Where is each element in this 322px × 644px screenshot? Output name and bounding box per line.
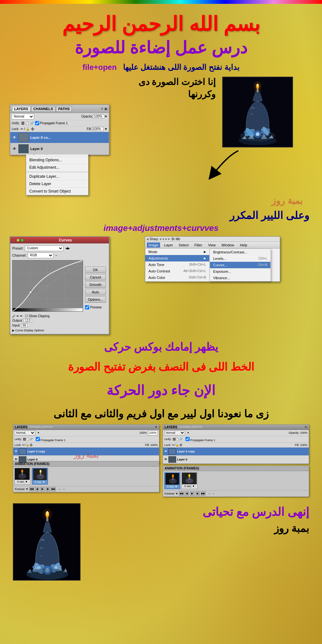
tab-paths[interactable]: PATHS [56,106,72,112]
right-layer-copy[interactable]: 👁 Layer 0 copy [163,448,309,456]
ctx-delete-layer[interactable]: Delete Layer [26,180,88,188]
right-eye-copy[interactable]: 👁 [164,450,167,453]
preview-check[interactable]: Preview [85,305,106,309]
sub-vibrance[interactable]: Vibrance... [210,275,270,281]
left-ctrl-prev[interactable]: ◀◀ [29,487,34,491]
menu-autotone[interactable]: Auto Tone Shift+Ctrl+L [145,261,209,268]
curves-ok-btn[interactable]: OK [85,267,106,273]
ctx-duplicate-layer[interactable]: Duplicate Layer... [26,173,88,180]
right-frame-1-time[interactable]: 0 sec.▼ [165,485,180,488]
propagate-checkbox[interactable] [35,121,39,125]
panel-close-btn[interactable]: ✕ ▣ [101,107,107,110]
curves-smooth-btn[interactable]: Smooth [85,281,106,288]
candle-image-area [222,77,312,147]
right-frame-2-time[interactable]: 0 sec.▼ [182,484,197,488]
left-tab-channels[interactable]: CHANNELS [28,425,43,429]
panel-tabs[interactable]: LAYERS CHANNELS PATHS [12,106,72,112]
channel-select[interactable]: RGB [28,252,53,258]
menu-item-filter[interactable]: Filter [193,242,204,248]
preset-select[interactable]: Custom [25,245,63,251]
menu-item-image[interactable]: Image [147,242,160,248]
preset-label: Preset: [12,246,24,250]
menu-item-view[interactable]: View [206,242,217,248]
tab-layers[interactable]: LAYERS [12,106,31,112]
curves-title-bar: Curves [10,237,109,243]
ctx-edit-adjustment[interactable]: Edit Adjustment... [26,164,88,171]
curve-display-options[interactable]: ▶ Curve Display Options [12,329,83,332]
menu-autocontrast[interactable]: Auto Contrast Alt+Shift+Ctrl+L [145,268,209,274]
right-propagate-check[interactable] [185,437,190,441]
right-blend-select[interactable]: Normal [164,431,185,435]
menu-autotone-shortcut: Shift+Ctrl+L [189,263,206,266]
layer-item-copy[interactable]: 👁 Layer 0 co... [10,132,109,143]
sub-levels-shortcut: Ctrl+L [259,257,267,260]
ctx-convert-smart[interactable]: Convert to Smart Object [26,188,88,195]
fill-arrow[interactable]: ▼ [104,127,108,131]
left-frame-2-time[interactable]: 0 sec.▼ [33,480,47,484]
opacity-input[interactable] [93,114,104,118]
left-frame-1-time[interactable]: 0 sec.▼ [15,480,30,484]
menu-item-help[interactable]: Help [238,242,249,248]
left-ctrl-back[interactable]: ◀ [35,487,39,491]
right-layers-panel: LAYERS CHANNELS PATHS ✕ Normal ▾ Opacity… [163,424,309,464]
left-ctrl-fwd[interactable]: ▶ [46,487,50,491]
propagate-check[interactable]: Propagate Frame 1 [35,121,68,125]
curves-graph[interactable] [12,260,83,312]
sub-exposure[interactable]: Exposure... [210,268,270,275]
right-tab-layers[interactable]: LAYERS [165,425,177,429]
right-tab-channels[interactable]: CHANNELS [177,425,193,429]
menu-item-window[interactable]: Window [220,242,236,248]
menu-item-layer[interactable]: Layer [163,242,175,248]
left-frame-1[interactable]: 0 sec.▼ [14,468,31,485]
right-ctrl-play[interactable]: ▶ [190,491,194,496]
right-eye-base[interactable]: 👁 [164,458,167,461]
ctx-blending-options[interactable]: Blending Options... [26,156,88,164]
left-ctrl-play[interactable]: ▶ [40,487,45,491]
curves-options-btn[interactable]: Options... [85,296,106,303]
fill-input[interactable] [92,127,104,131]
left-tab-layers[interactable]: LAYERS [15,425,28,429]
eyedropper-white-icon[interactable]: ✒ [20,314,23,318]
right-ctrl-end[interactable]: ▶▶ [201,491,205,496]
left-frame-1-thumb [15,468,30,480]
layer-item-base[interactable]: 👁 Layer 0 [10,143,109,155]
menu-autocolor[interactable]: Auto Color Shift+Ctrl+B [145,274,209,281]
right-panel-close[interactable]: ✕ [305,425,307,429]
left-tab-paths[interactable]: PATHS [43,425,53,429]
right-frame-1[interactable]: 0 sec.▼ [164,472,180,489]
sub-brightness[interactable]: Brightness/Contrast... [210,249,270,255]
menu-mode[interactable]: Mode ▶ [145,249,209,255]
left-opacity-input[interactable] [148,431,158,435]
eyedropper-black-icon[interactable]: ✒ [16,314,19,318]
left-propagate: Propagate Frame 1 [36,437,66,442]
left-panel-close[interactable]: ✕ [155,425,157,429]
left-loop-label[interactable]: Forever ▼ [15,488,28,491]
eyedropper-icon[interactable]: 🖊 [12,314,15,318]
right-ctrl-fwd[interactable]: ▶ [195,491,200,496]
right-loop-label[interactable]: Forever ▼ [165,492,178,495]
sub-levels[interactable]: Levels... Ctrl+L [210,255,270,262]
left-blend-select[interactable]: Normal [14,431,35,435]
layer-visibility-base[interactable]: 👁 [12,146,17,151]
layers-panel: LAYERS CHANNELS PATHS ✕ ▣ Normal Opacity… [10,104,109,155]
curves-auto-btn[interactable]: Auto [85,289,106,295]
left-frame-2[interactable]: 0 sec.▼ [32,468,48,485]
right-layer-base[interactable]: 👁 Layer 0 [163,456,309,464]
tab-channels[interactable]: CHANNELS [31,106,55,112]
adjustments-submenu: Brightness/Contrast... Levels... Ctrl+L … [210,249,271,281]
left-ctrl-end[interactable]: ▶▶ [51,487,56,491]
right-lock-row: Lock: ✏/🔒➕ Fill: 100% [163,443,309,448]
right-tab-paths[interactable]: PATHS [193,425,203,429]
right-ctrl-back[interactable]: ◀ [185,491,189,496]
layer-visibility-copy[interactable]: 👁 [12,135,17,140]
right-ctrl-prev[interactable]: ◀◀ [179,491,184,496]
right-frame-2[interactable]: 0 sec.▼ [182,472,198,489]
curves-cancel-btn[interactable]: Cancel [85,274,106,280]
opacity-arrow[interactable]: ▼ [104,115,108,118]
blend-mode-select[interactable]: Normal [12,114,34,119]
menu-adjustments[interactable]: Adjustments ▶ [145,255,209,261]
sub-curves[interactable]: Curves... Ctrl+M [210,262,270,268]
menu-item-select[interactable]: Select [177,242,190,248]
preview-checkbox[interactable] [85,305,89,309]
left-propagate-check[interactable] [36,437,40,441]
